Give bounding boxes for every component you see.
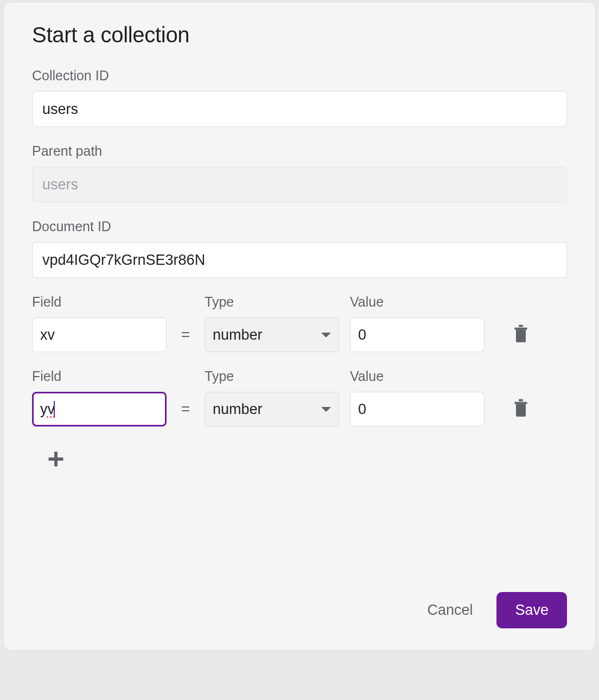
plus-icon [46,449,66,469]
document-id-input[interactable] [32,242,567,278]
delete-field-button[interactable] [510,321,532,347]
dialog-footer: Cancel Save [425,592,567,628]
text-caret [54,401,55,417]
type-select-value: number [213,327,263,343]
parent-path-input [32,167,567,202]
equals-sign: = [177,326,194,352]
value-header-label: Value [350,294,485,310]
trash-icon [512,398,530,417]
svg-rect-1 [519,325,523,327]
document-id-label: Document ID [32,219,567,234]
delete-field-button[interactable] [510,396,532,421]
field-row: Field yv = Type number Value [32,368,567,427]
svg-rect-2 [514,402,527,404]
type-select-value: number [213,401,263,418]
chevron-down-icon [321,333,331,338]
field-header-label: Field [32,368,167,384]
add-field-button[interactable] [40,443,72,475]
document-id-group: Document ID [32,219,567,278]
field-value-input[interactable] [350,317,485,352]
field-name-input[interactable] [32,317,167,352]
field-value-input[interactable] [350,392,485,427]
save-button[interactable]: Save [496,592,567,628]
field-row: Field = Type number Value [32,294,567,352]
dialog-title: Start a collection [32,23,567,47]
svg-rect-0 [514,328,527,330]
field-header-label: Field [32,294,167,310]
parent-path-label: Parent path [32,143,567,159]
collection-id-group: Collection ID [32,68,567,127]
chevron-down-icon [321,407,331,412]
collection-id-label: Collection ID [32,68,567,84]
start-collection-dialog: Start a collection Collection ID Parent … [4,2,595,650]
equals-sign: = [177,400,194,427]
value-header-label: Value [350,368,485,384]
collection-id-input[interactable] [32,91,567,127]
type-select[interactable]: number [205,392,339,427]
type-select[interactable]: number [205,317,339,352]
svg-rect-3 [519,399,523,402]
field-name-input[interactable]: yv [32,392,167,427]
type-header-label: Type [205,368,339,384]
svg-rect-5 [49,457,63,461]
parent-path-group: Parent path [32,143,567,202]
cancel-button[interactable]: Cancel [425,596,475,624]
type-header-label: Type [205,294,339,310]
trash-icon [512,323,530,343]
